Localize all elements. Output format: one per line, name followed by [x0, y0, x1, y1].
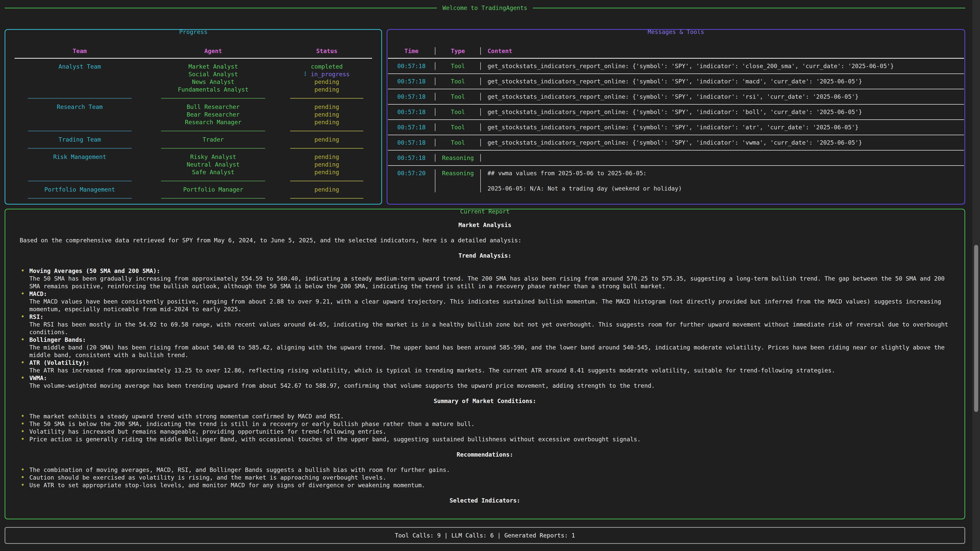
- bullet-item: •Bollinger Bands:The middle band (20 SMA…: [20, 336, 950, 359]
- bullet-text: The MACD values have been consistently p…: [29, 298, 950, 313]
- bullet-body: RSI:The RSI has been mostly in the 54.92…: [29, 313, 950, 336]
- message-type: Tool: [435, 124, 481, 131]
- bullet-icon: •: [21, 374, 25, 382]
- scrollbar-thumb[interactable]: [974, 245, 978, 412]
- bullet-icon: •: [21, 267, 25, 275]
- status-label: pending: [314, 79, 339, 85]
- bullet-text: The market exhibits a steady upward tren…: [29, 413, 950, 420]
- progress-panel: Progress Team Agent Status Analyst TeamM…: [5, 29, 382, 205]
- message-time: 00:57:18: [388, 154, 435, 162]
- team-name: [13, 161, 146, 168]
- team-name: Research Team: [13, 103, 146, 111]
- bullet-term: Bollinger Bands:: [29, 336, 950, 344]
- status-label: pending: [314, 136, 339, 143]
- status-label: pending: [314, 111, 339, 118]
- separator-column: [13, 130, 146, 131]
- agent-name: Fundamentals Analyst: [146, 86, 280, 94]
- separator-column: [280, 130, 374, 131]
- progress-row: Fundamentals Analystpending: [13, 86, 374, 94]
- separator-line: [161, 130, 265, 131]
- bullet-item: •Volatility has increased but remains ma…: [20, 428, 950, 435]
- bullet-term: RSI:: [29, 313, 950, 321]
- bullet-body: Moving Averages (50 SMA and 200 SMA):The…: [29, 267, 950, 290]
- progress-row: Research Managerpending: [13, 118, 374, 126]
- bullet-body: Bollinger Bands:The middle band (20 SMA)…: [29, 336, 950, 359]
- separator-line: [161, 198, 265, 199]
- separator-line: [161, 148, 265, 149]
- column-header-agent: Agent: [146, 47, 280, 55]
- message-time: 00:57:18: [388, 62, 435, 70]
- progress-table-body: Analyst TeamMarket AnalystcompletedSocia…: [13, 63, 374, 202]
- separator-column: [13, 148, 146, 149]
- team-name: [13, 86, 146, 94]
- top-panels-row: Progress Team Agent Status Analyst TeamM…: [5, 29, 965, 205]
- status-label: pending: [314, 119, 339, 125]
- message-type: Reasoning: [435, 154, 481, 162]
- agent-name: Bull Researcher: [146, 103, 280, 111]
- team-separator: [13, 144, 374, 152]
- bullet-icon: •: [21, 313, 25, 321]
- bullet-item: •The combination of moving averages, MAC…: [20, 466, 950, 474]
- separator-line: [161, 98, 265, 99]
- message-content: get_stockstats_indicators_report_online:…: [481, 124, 964, 131]
- separator-line: [290, 181, 363, 181]
- column-header-time: Time: [388, 47, 435, 55]
- progress-row: Bear Researcherpending: [13, 111, 374, 118]
- welcome-banner: Welcome to TradingAgents: [5, 3, 965, 13]
- separator-column: [280, 148, 374, 149]
- bullet-icon: •: [21, 412, 25, 420]
- agent-status: pending: [280, 86, 374, 94]
- bullet-item: •Moving Averages (50 SMA and 200 SMA):Th…: [20, 267, 950, 290]
- progress-row: Research TeamBull Researcherpending: [13, 103, 374, 111]
- agent-status: pending: [280, 103, 374, 111]
- agent-name: Social Analyst: [146, 70, 280, 78]
- agent-status: pending: [280, 78, 374, 86]
- column-header-type: Type: [435, 47, 481, 55]
- progress-row: Neutral Analystpending: [13, 161, 374, 168]
- bullet-text: The middle band (20 SMA) has been rising…: [29, 344, 950, 359]
- separator-line: [28, 198, 132, 199]
- separator-column: [13, 181, 146, 181]
- messages-table-body: 00:57:18Toolget_stockstats_indicators_re…: [388, 59, 964, 196]
- status-label: pending: [314, 161, 339, 168]
- bullet-list: •The combination of moving averages, MAC…: [20, 466, 950, 489]
- bullet-body: ATR (Volatility):The ATR has increased f…: [29, 359, 950, 374]
- message-row: 00:57:18Toolget_stockstats_indicators_re…: [388, 105, 964, 119]
- bullet-item: •The market exhibits a steady upward tre…: [20, 413, 950, 420]
- rule-line-right: [533, 8, 965, 8]
- progress-row: News Analystpending: [13, 78, 374, 86]
- bullet-icon: •: [21, 435, 25, 443]
- bullet-text: The volume-weighted moving average has b…: [29, 382, 950, 389]
- progress-row: Portfolio ManagementPortfolio Managerpen…: [13, 186, 374, 193]
- bullet-body: Use ATR to set appropriate stop-loss lev…: [29, 481, 950, 489]
- separator-column: [146, 181, 280, 181]
- bullet-icon: •: [21, 473, 25, 481]
- message-time: 00:57:18: [388, 139, 435, 146]
- team-separator: [13, 194, 374, 202]
- separator-line: [290, 198, 363, 199]
- messages-panel-title: Messages & Tools: [644, 29, 708, 36]
- progress-table-header: Team Agent Status: [13, 47, 374, 55]
- bullet-body: The 50 SMA is below the 200 SMA, indicat…: [29, 420, 950, 428]
- scrollbar[interactable]: [972, 0, 980, 551]
- separator-column: [13, 198, 146, 199]
- bullet-item: •Caution should be exercised as volatili…: [20, 474, 950, 481]
- message-type: Tool: [435, 108, 481, 116]
- bullet-term: Moving Averages (50 SMA and 200 SMA):: [29, 267, 950, 275]
- team-name: Trading Team: [13, 136, 146, 143]
- message-content: get_stockstats_indicators_report_online:…: [481, 78, 964, 85]
- bullet-text: Volatility has increased but remains man…: [29, 428, 950, 435]
- status-label: pending: [314, 154, 339, 160]
- separator-line: [28, 181, 132, 181]
- bullet-item: •Price action is generally riding the mi…: [20, 435, 950, 443]
- bullet-text: The combination of moving averages, MACD…: [29, 466, 950, 474]
- progress-row: Trading TeamTraderpending: [13, 136, 374, 143]
- report-panel: Current Report Market Analysis Based on …: [5, 209, 965, 519]
- bullet-term: MACD:: [29, 290, 950, 298]
- separator-column: [280, 181, 374, 181]
- report-heading: Market Analysis: [20, 221, 950, 229]
- message-content: get_stockstats_indicators_report_online:…: [481, 139, 964, 146]
- message-time: 00:57:18: [388, 93, 435, 100]
- team-name: [13, 168, 146, 176]
- team-separator: [13, 127, 374, 135]
